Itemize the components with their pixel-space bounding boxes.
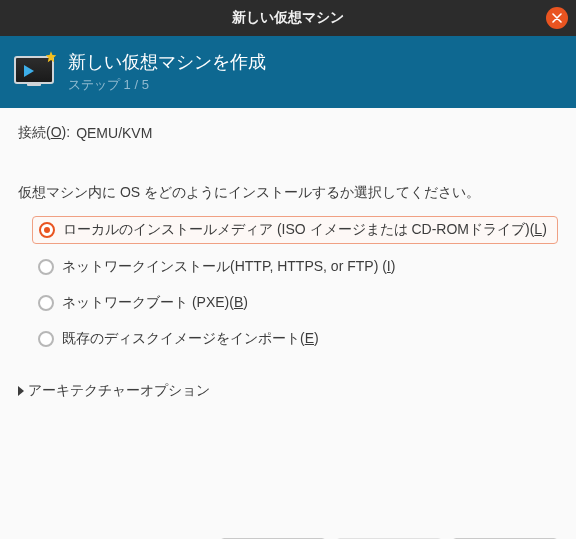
radio-icon [39,222,55,238]
install-method-options: ローカルのインストールメディア (ISO イメージまたは CD-ROMドライブ)… [32,216,558,352]
radio-icon [38,295,54,311]
option-label: ネットワークインストール(HTTP, HTTPS, or FTP) (I) [62,258,395,276]
vm-monitor-icon [14,56,54,88]
install-prompt: 仮想マシン内に OS をどのようにインストールするか選択してください。 [18,184,558,202]
wizard-title: 新しい仮想マシンを作成 [68,50,266,74]
architecture-label: アーキテクチャーオプション [28,382,210,400]
window-title: 新しい仮想マシン [0,9,576,27]
titlebar: 新しい仮想マシン [0,0,576,36]
close-icon [552,10,562,26]
option-local-media[interactable]: ローカルのインストールメディア (ISO イメージまたは CD-ROMドライブ)… [32,216,558,244]
option-label: ローカルのインストールメディア (ISO イメージまたは CD-ROMドライブ)… [63,221,547,239]
connection-row: 接続(O): QEMU/KVM [18,124,558,142]
chevron-right-icon [18,386,24,396]
architecture-expander[interactable]: アーキテクチャーオプション [18,382,558,400]
close-button[interactable] [546,7,568,29]
option-label: ネットワークブート (PXE)(B) [62,294,248,312]
wizard-step: ステップ 1 / 5 [68,76,266,94]
radio-icon [38,331,54,347]
option-import-disk[interactable]: 既存のディスクイメージをインポート(E) [32,326,558,352]
option-network-install[interactable]: ネットワークインストール(HTTP, HTTPS, or FTP) (I) [32,254,558,280]
option-pxe-boot[interactable]: ネットワークブート (PXE)(B) [32,290,558,316]
connection-label: 接続(O): [18,124,70,142]
wizard-header: 新しい仮想マシンを作成 ステップ 1 / 5 [0,36,576,108]
option-label: 既存のディスクイメージをインポート(E) [62,330,319,348]
radio-icon [38,259,54,275]
connection-value: QEMU/KVM [76,125,152,141]
